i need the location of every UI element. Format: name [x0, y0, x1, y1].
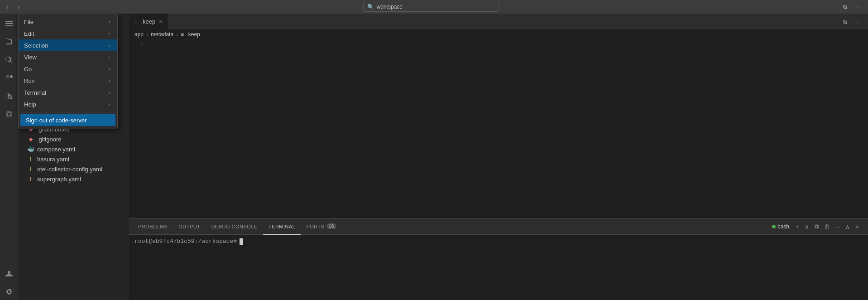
breadcrumb-part-file: ≡ .keep — [181, 31, 200, 38]
menu-item-edit[interactable]: Edit › — [19, 28, 117, 39]
panel-content[interactable]: root@eb9fc47b1c59:/workspace# — [129, 235, 868, 300]
bash-status-dot — [772, 225, 776, 228]
panel-actions: bash + ∨ ⧉ 🗑 ··· ∧ × — [766, 222, 864, 231]
more-title-button[interactable]: ··· — [853, 3, 864, 11]
search-bar[interactable]: 🔍 workspace — [363, 2, 499, 12]
menu-overlay: File › Edit › Selection › View › Go › Ru… — [18, 14, 118, 129]
panel-tab-ports[interactable]: PORTS 16 — [301, 219, 341, 235]
activity-extensions-icon[interactable] — [1, 88, 17, 104]
chevron-right-icon: › — [109, 78, 110, 83]
menu-label-selection: Selection — [24, 42, 48, 49]
ports-badge: 16 — [326, 223, 336, 229]
menu-item-help[interactable]: Help › — [19, 98, 117, 110]
gitignore-icon: ◆ — [27, 135, 34, 143]
bash-label: bash — [769, 223, 792, 230]
tab-close-button[interactable]: × — [159, 19, 162, 24]
menu-separator — [19, 112, 117, 112]
menu-item-terminal[interactable]: Terminal › — [19, 87, 117, 98]
title-bar-center: 🔍 workspace — [22, 2, 839, 12]
menu-item-run[interactable]: Run › — [19, 75, 117, 87]
tab-filename: .keep — [141, 18, 155, 25]
add-terminal-button[interactable]: + — [794, 223, 801, 231]
compose-icon: 🐳 — [27, 145, 34, 153]
panel-tab-ports-label: PORTS — [306, 224, 324, 229]
menu-item-file[interactable]: File › — [19, 16, 117, 28]
nav-forward-button[interactable]: › — [15, 2, 23, 11]
close-panel-button[interactable]: × — [854, 223, 861, 231]
panel-tab-output-label: OUTPUT — [178, 224, 200, 229]
terminal-prompt: root@eb9fc47b1c59:/workspace# — [134, 237, 237, 247]
more-panel-button[interactable]: ··· — [834, 223, 842, 231]
sign-out-button[interactable]: Sign out of code-server — [20, 114, 115, 126]
nav-back-button[interactable]: ‹ — [4, 2, 11, 11]
activity-explorer-icon[interactable] — [1, 34, 17, 50]
menu-label-view: View — [24, 54, 37, 61]
svg-rect-0 — [5, 21, 13, 22]
chevron-right-icon: › — [109, 55, 110, 60]
menu-label-run: Run — [24, 77, 35, 84]
panel-tab-problems[interactable]: PROBLEMS — [133, 219, 173, 235]
activity-remote-icon[interactable] — [1, 106, 17, 122]
menu-item-view[interactable]: View › — [19, 51, 117, 63]
activity-source-control-icon[interactable] — [1, 70, 17, 86]
maximize-panel-button[interactable]: ∧ — [844, 223, 852, 231]
file-name: supergraph.yaml — [37, 176, 81, 183]
activity-menu-icon[interactable] — [1, 15, 17, 32]
terminal-cursor — [240, 238, 243, 245]
menu-item-go[interactable]: Go › — [19, 63, 117, 75]
menu-label-edit: Edit — [24, 30, 34, 37]
list-item[interactable]: 🐳 compose.yaml — [18, 144, 129, 154]
tab-file-icon: ≡ — [134, 19, 137, 24]
chevron-right-icon: › — [109, 31, 110, 36]
breadcrumb-part-metadata[interactable]: metadata — [151, 31, 173, 38]
list-item[interactable]: ◆ .gitignore — [18, 134, 129, 144]
split-terminal-button[interactable]: ∨ — [803, 223, 811, 231]
split-view-button[interactable]: ⧉ — [839, 18, 851, 26]
main-layout: File › Edit › Selection › View › Go › Ru… — [0, 14, 868, 300]
file-name: .gitignore — [37, 136, 61, 143]
otel-icon: ! — [27, 165, 34, 173]
breadcrumb: app › metadata › ≡ .keep — [129, 29, 868, 39]
title-bar-right: ⧉ ··· — [839, 3, 864, 11]
sign-out-label: Sign out of code-server — [26, 117, 86, 124]
panel-tab-output[interactable]: OUTPUT — [173, 219, 206, 235]
title-bar: ‹ › 🔍 workspace ⧉ ··· — [0, 0, 868, 14]
editor-text[interactable] — [147, 39, 868, 218]
list-item[interactable]: ! otel-collector-config.yaml — [18, 164, 129, 174]
breadcrumb-file-icon: ≡ — [181, 31, 184, 38]
panel-tab-debug-console[interactable]: DEBUG CONSOLE — [206, 219, 263, 235]
menu-label-go: Go — [24, 66, 32, 73]
list-item[interactable]: ! supergraph.yaml — [18, 174, 129, 184]
breadcrumb-part-app[interactable]: app — [134, 31, 144, 38]
line-numbers: 1 — [129, 39, 147, 218]
hasura-icon: ! — [27, 155, 34, 163]
panel-tab-terminal-label: TERMINAL — [269, 224, 296, 229]
panel-tab-debug-label: DEBUG CONSOLE — [211, 224, 257, 229]
chevron-right-icon: › — [109, 19, 110, 24]
editor-content[interactable]: 1 — [129, 39, 868, 218]
activity-settings-icon[interactable] — [1, 284, 17, 300]
bash-text: bash — [777, 223, 789, 230]
tab-bar-actions: ⧉ ··· — [836, 14, 868, 29]
activity-accounts-icon[interactable] — [1, 266, 17, 282]
more-tab-button[interactable]: ··· — [853, 18, 864, 26]
panel-tab-problems-label: PROBLEMS — [138, 224, 168, 229]
panel-tab-terminal[interactable]: TERMINAL — [263, 219, 301, 235]
editor-tab[interactable]: ≡ .keep × — [129, 14, 168, 29]
breadcrumb-separator: › — [176, 31, 178, 38]
split-editor-button[interactable]: ⧉ — [839, 3, 851, 11]
menu-label-file: File — [24, 19, 34, 25]
activity-search-icon[interactable] — [1, 52, 17, 68]
title-bar-left: ‹ › — [4, 2, 22, 11]
split-panel-button[interactable]: ⧉ — [813, 222, 820, 231]
list-item[interactable]: ! hasura.yaml — [18, 154, 129, 164]
chevron-right-icon: › — [109, 102, 110, 107]
file-name: otel-collector-config.yaml — [37, 166, 102, 173]
kill-terminal-button[interactable]: 🗑 — [822, 223, 832, 231]
breadcrumb-separator: › — [146, 31, 148, 38]
file-name: hasura.yaml — [37, 156, 69, 163]
menu-label-help: Help — [24, 101, 36, 108]
menu-item-selection[interactable]: Selection › — [19, 39, 117, 51]
breadcrumb-file-name: .keep — [187, 31, 200, 38]
search-text: workspace — [377, 4, 403, 10]
